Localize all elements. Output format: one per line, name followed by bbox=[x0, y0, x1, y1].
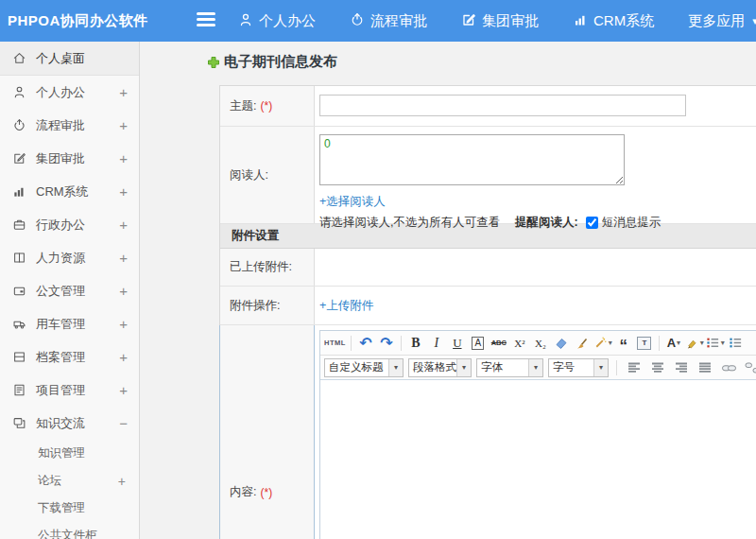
sidebar-item-archive-mgmt[interactable]: 档案管理 + bbox=[0, 340, 139, 374]
edit-icon bbox=[461, 12, 476, 30]
remove-link-icon[interactable] bbox=[743, 358, 756, 377]
expand-plus-icon[interactable]: + bbox=[119, 316, 128, 332]
bullet-list-icon[interactable] bbox=[727, 334, 746, 353]
insert-link-icon[interactable] bbox=[719, 358, 738, 377]
nav-group-approval[interactable]: 集团审批 bbox=[461, 12, 539, 30]
content-label: 内容: bbox=[230, 484, 256, 500]
ordered-list-icon[interactable]: ▾ bbox=[706, 334, 725, 353]
sidebar-subitem-knowledge-mgmt[interactable]: 知识管理 bbox=[0, 440, 139, 467]
workflow-icon bbox=[350, 12, 365, 30]
edit-icon bbox=[12, 151, 27, 165]
project-icon bbox=[12, 383, 27, 397]
bold-button[interactable]: B bbox=[406, 334, 425, 353]
underline-button[interactable]: U bbox=[448, 334, 467, 353]
sidebar-subitem-download-mgmt[interactable]: 下载管理 bbox=[0, 495, 139, 522]
content-row: 内容: (*) HTML ↶ ↷ B I U A bbox=[219, 325, 756, 539]
editor-content-area[interactable] bbox=[320, 380, 756, 539]
expand-plus-icon[interactable]: + bbox=[119, 150, 128, 166]
sidebar-item-project-mgmt[interactable]: 项目管理 + bbox=[0, 374, 139, 407]
blockquote-icon[interactable]: “ bbox=[614, 334, 633, 353]
align-right-icon[interactable] bbox=[672, 358, 691, 377]
sidebar-item-label: 个人办公 bbox=[36, 84, 85, 101]
expand-plus-icon[interactable]: + bbox=[119, 117, 128, 133]
expand-plus-icon[interactable]: + bbox=[118, 474, 126, 489]
expand-plus-icon[interactable]: + bbox=[119, 283, 128, 299]
nav-label: 更多应用 bbox=[688, 12, 745, 30]
align-left-icon[interactable] bbox=[625, 358, 644, 377]
sidebar-subitem-label: 公共文件柜 bbox=[38, 528, 97, 539]
upload-attachment-link[interactable]: +上传附件 bbox=[319, 298, 373, 314]
sidebar-item-hr[interactable]: 人力资源 + bbox=[0, 241, 139, 274]
caret-down-icon: ▾ bbox=[388, 359, 403, 376]
nav-label: 个人办公 bbox=[259, 12, 316, 30]
sidebar-item-admin-office[interactable]: 行政办公 + bbox=[0, 208, 139, 241]
strikethrough-button[interactable]: ABC bbox=[490, 334, 508, 353]
book-icon bbox=[12, 251, 27, 265]
paste-text-icon[interactable]: T bbox=[637, 337, 651, 350]
sidebar-item-crm[interactable]: CRM系统 + bbox=[0, 175, 139, 208]
custom-heading-select[interactable]: 自定义标题 ▾ bbox=[324, 358, 404, 377]
html-source-button[interactable]: HTML bbox=[324, 334, 346, 353]
caret-down-icon: ▾ bbox=[609, 339, 612, 347]
sidebar-item-personal-office[interactable]: 个人办公 + bbox=[0, 76, 139, 109]
expand-plus-icon[interactable]: + bbox=[119, 217, 128, 233]
expand-plus-icon[interactable]: + bbox=[119, 382, 128, 398]
sidebar-item-vehicle-mgmt[interactable]: 用车管理 + bbox=[0, 307, 139, 340]
sidebar-item-document-mgmt[interactable]: 公文管理 + bbox=[0, 274, 139, 307]
required-mark: (*) bbox=[260, 486, 272, 499]
sms-notify-checkbox[interactable] bbox=[586, 217, 598, 229]
subject-input[interactable] bbox=[319, 95, 686, 116]
caret-down-icon: ▾ bbox=[528, 359, 542, 376]
font-family-select[interactable]: 字体 ▾ bbox=[476, 358, 543, 377]
eraser-icon[interactable] bbox=[552, 334, 571, 353]
sidebar-item-label: 集团审批 bbox=[36, 150, 85, 167]
select-readers-link[interactable]: +选择阅读人 bbox=[319, 194, 386, 210]
paragraph-format-select[interactable]: 段落格式 ▾ bbox=[408, 358, 472, 377]
superscript-button[interactable]: X² bbox=[510, 334, 529, 353]
highlight-pen-icon[interactable]: ▾ bbox=[685, 334, 704, 353]
expand-plus-icon[interactable]: + bbox=[119, 84, 128, 100]
layers-icon bbox=[12, 416, 27, 430]
caret-down-icon: ▾ bbox=[677, 339, 680, 347]
font-color-button[interactable]: A▾ bbox=[664, 334, 683, 353]
sidebar-item-label: 流程审批 bbox=[36, 117, 85, 134]
nav-crm-system[interactable]: CRM系统 bbox=[573, 12, 654, 30]
sidebar-subitem-label: 知识管理 bbox=[38, 445, 85, 461]
sidebar-subitem-forum[interactable]: 论坛 + bbox=[0, 467, 139, 495]
align-justify-icon[interactable] bbox=[696, 358, 714, 377]
sidebar-item-label: 公文管理 bbox=[36, 283, 85, 300]
editor-toolbar-row1: HTML ↶ ↷ B I U A ABC X² X₂ ▾ bbox=[320, 331, 756, 356]
font-style-button[interactable]: A bbox=[472, 337, 484, 350]
sidebar-item-group-approval[interactable]: 集团审批 + bbox=[0, 142, 139, 175]
sidebar-item-workflow-approval[interactable]: 流程审批 + bbox=[0, 109, 139, 142]
font-size-select[interactable]: 字号 ▾ bbox=[548, 358, 609, 377]
undo-icon[interactable]: ↶ bbox=[356, 334, 375, 353]
readers-label-cell: 阅读人: bbox=[220, 127, 315, 223]
readers-textarea[interactable]: 0 bbox=[319, 134, 625, 185]
editor-toolbar-row2: 自定义标题 ▾ 段落格式 ▾ 字体 ▾ 字号 ▾ bbox=[320, 356, 756, 380]
page-title: 电子期刊信息发布 bbox=[206, 53, 337, 71]
format-brush-icon[interactable] bbox=[573, 334, 592, 353]
subscript-button[interactable]: X₂ bbox=[531, 334, 550, 353]
sidebar-item-knowledge-exchange[interactable]: 知识交流 − bbox=[0, 407, 139, 440]
sidebar-subitem-public-cabinet[interactable]: 公共文件柜 bbox=[0, 522, 139, 539]
expand-plus-icon[interactable]: + bbox=[119, 183, 128, 200]
expand-plus-icon[interactable]: + bbox=[119, 349, 128, 365]
nav-more-apps[interactable]: 更多应用 ▾ bbox=[688, 12, 756, 30]
sidebar-item-desktop[interactable]: 个人桌面 bbox=[0, 42, 139, 76]
menu-toggle-icon[interactable] bbox=[197, 12, 215, 29]
page-title-text: 电子期刊信息发布 bbox=[224, 53, 337, 71]
sidebar-item-label: 项目管理 bbox=[36, 382, 85, 399]
magic-wand-icon[interactable]: ▾ bbox=[593, 334, 612, 353]
align-center-icon[interactable] bbox=[648, 358, 667, 377]
caret-down-icon: ▾ bbox=[700, 339, 704, 347]
redo-icon[interactable]: ↷ bbox=[377, 334, 396, 353]
expand-plus-icon[interactable]: + bbox=[119, 250, 128, 266]
nav-personal-office[interactable]: 个人办公 bbox=[238, 12, 316, 30]
collapse-minus-icon[interactable]: − bbox=[119, 415, 128, 431]
italic-button[interactable]: I bbox=[427, 334, 446, 353]
main-content: 电子期刊信息发布 主题: (*) 阅读人: 0 +选择阅读人 bbox=[140, 42, 756, 539]
readers-label: 阅读人: bbox=[230, 167, 268, 183]
uploaded-attachments-label: 已上传附件: bbox=[230, 259, 292, 275]
nav-workflow-approval[interactable]: 流程审批 bbox=[350, 12, 427, 30]
